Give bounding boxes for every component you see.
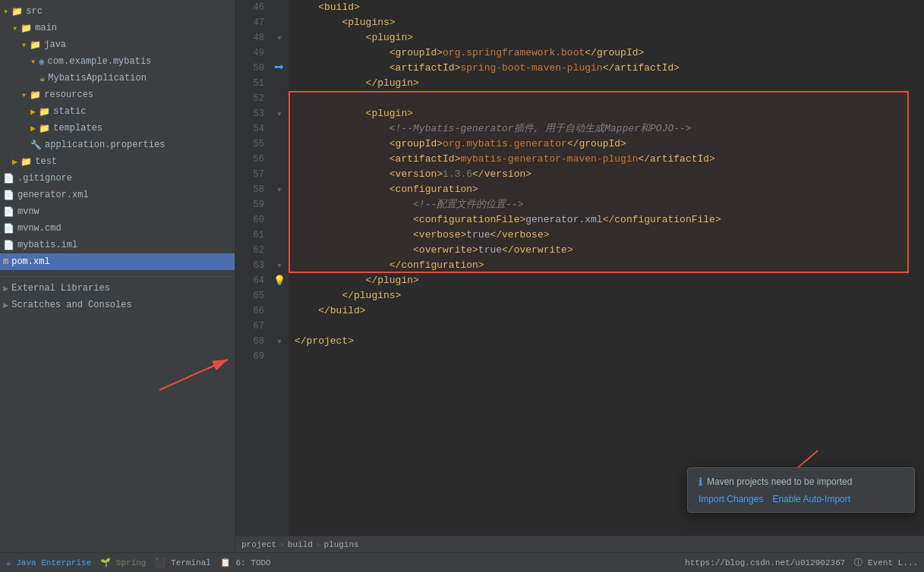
breadcrumb-sep-2: › [316,540,321,549]
notification-title: ℹ Maven projects need to be imported [699,476,904,488]
tree-item-resources[interactable]: ▾ 📁 resources [0,86,235,103]
tree-item-mybatis-iml[interactable]: 📄 mybatis.iml [0,237,235,253]
terminal-label[interactable]: ⬛ Terminal [155,558,210,567]
java-enterprise-label[interactable]: ☕ Java Enterprise [6,558,91,567]
folder-icon: 📁 [39,106,50,118]
sidebar: ▾ 📁 src ▾ 📁 main ▾ 📁 java ▾ ◉ com.exampl… [0,0,235,552]
xml-m-icon: m [3,256,8,267]
code-line-52 [295,91,924,106]
tree-item-mybatis-app[interactable]: ☕ MybatisApplication [0,70,235,86]
expand-icon: ▾ [12,23,17,34]
tree-item-scratches[interactable]: ▶ Scratches and Consoles [0,297,235,313]
tree-label: pom.xml [11,256,49,267]
fold-icon-58[interactable]: ▾ [270,182,289,197]
code-line-53: <plugin> [295,106,924,121]
tree-item-generator-xml[interactable]: 📄 generator.xml [0,187,235,203]
tree-label: mvnw [17,206,39,217]
tree-item-gitignore[interactable]: 📄 .gitignore [0,170,235,187]
code-line-60: <configurationFile>generator.xml</config… [295,212,924,228]
tree-item-mvnwcmd[interactable]: 📄 mvnw.cmd [0,220,235,237]
tree-label: templates [53,123,102,134]
code-area[interactable]: <build> <plugins> <plugin> <groupId>org.… [289,0,924,536]
code-line-56: <artifactId>mybatis-generator-maven-plug… [295,152,924,167]
tree-label: .gitignore [17,173,72,184]
expand-icon: ▶ [3,300,8,311]
scratches-label: Scratches and Consoles [11,300,131,310]
tree-label: application.properties [45,140,165,150]
bulb-icon-64[interactable]: 💡 [270,273,289,288]
import-changes-button[interactable]: Import Changes [699,494,763,504]
tree-label: MybatisApplication [48,73,147,83]
info-icon: ℹ [699,476,702,488]
editor-content: 46 47 48 49 50 51 52 53 54 55 56 57 58 5… [235,0,924,536]
code-line-59: <!--配置文件的位置--> [295,197,924,212]
folder-icon: 📁 [30,90,41,101]
breadcrumb-plugins: plugins [323,540,358,549]
code-line-69 [295,349,924,364]
tree-item-main[interactable]: ▾ 📁 main [0,20,235,36]
expand-icon: ▶ [30,106,36,118]
code-line-61: <verbose>true</verbose> [295,228,924,243]
code-line-57: <version>1.3.6</version> [295,167,924,182]
editor-breadcrumb: project › build › plugins [235,536,924,552]
tree-label: java [44,39,66,50]
line-numbers: 46 47 48 49 50 51 52 53 54 55 56 57 58 5… [235,0,270,536]
code-line-66: </build> [295,303,924,319]
breadcrumb-project: project [241,540,276,549]
java-icon: ☕ [39,73,45,84]
code-line-63: </configuration> [295,258,924,273]
file-icon: 📄 [3,223,14,234]
folder-icon: 📁 [20,23,32,34]
code-line-50: <artifactId>spring-boot-maven-plugin</ar… [295,61,924,76]
code-line-51: </plugin> [295,76,924,91]
notification-text: Maven projects need to be imported [707,476,852,487]
fold-icon-68[interactable]: ▾ [270,334,289,349]
tree-label: resources [44,90,93,100]
expand-icon: ▶ [12,156,17,168]
url-label: https://blog.csdn.net/u012902367 [685,558,845,567]
code-line-58: <configuration> [295,182,924,197]
expand-icon: ▾ [21,39,27,51]
folder-icon: 📁 [39,123,50,134]
tree-item-templates[interactable]: ▶ 📁 templates [0,120,235,137]
code-line-49: <groupId>org.springframework.boot</group… [295,46,924,61]
enable-auto-import-button[interactable]: Enable Auto-Import [772,494,850,504]
tree-item-mvnw[interactable]: 📄 mvnw [0,203,235,220]
tree-label: static [53,106,86,117]
tree-item-package[interactable]: ▾ ◉ com.example.mybatis [0,53,235,70]
tree-label: generator.xml [17,190,89,200]
tree-item-java[interactable]: ▾ 📁 java [0,36,235,53]
tree-item-test[interactable]: ▶ 📁 test [0,153,235,170]
code-line-46: <build> [295,0,924,15]
code-line-62: <overwrite>true</overwrite> [295,243,924,258]
xml-icon: 📄 [3,190,14,201]
code-line-54: <!--Mybatis-generator插件, 用于自动生成Mapper和PO… [295,121,924,137]
src-folder-icon: 📁 [11,6,23,17]
file-icon: 📄 [3,206,14,218]
breadcrumb: project › build › plugins [241,540,359,549]
tree-label: main [35,23,57,33]
tree-item-static[interactable]: ▶ 📁 static [0,103,235,120]
event-log-label[interactable]: ⓘ Event L... [854,557,918,568]
code-line-48: <plugin> [295,30,924,46]
external-libraries-label: External Libraries [11,283,110,294]
file-icon: 📄 [3,240,14,251]
code-line-47: <plugins> [295,15,924,30]
tree-item-external-libraries[interactable]: ▶ External Libraries [0,280,235,297]
tree-item-src[interactable]: ▾ 📁 src [0,3,235,20]
todo-label[interactable]: 📋 6: TODO [220,558,271,567]
code-line-67 [295,319,924,334]
tree-label: com.example.mybatis [47,56,151,67]
code-line-65: </plugins> [295,288,924,303]
fold-icon-63[interactable]: ▾ [270,258,289,273]
arrow-icon-50[interactable]: ⮕ [270,61,289,76]
tree-item-appprops[interactable]: 🔧 application.properties [0,137,235,153]
spring-label[interactable]: 🌱 Spring [100,558,146,567]
tree-label: mvnw.cmd [17,223,61,234]
gutter: ▾ ⮕ ▾ ▾ ▾ 💡 ▾ [270,0,289,536]
code-line-55: <groupId>org.mybatis.generator</groupId> [295,137,924,152]
code-line-64: </plugin> [295,273,924,288]
tree-item-pom-xml[interactable]: m pom.xml [0,253,235,270]
fold-icon-48[interactable]: ▾ [270,30,289,46]
fold-icon-53[interactable]: ▾ [270,106,289,121]
